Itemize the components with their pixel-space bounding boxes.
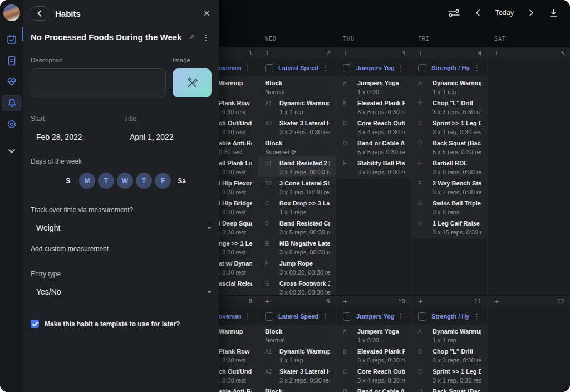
exercise-item[interactable]: CSprint >> 1 Leg Declarations3 x 1 rep, … — [411, 116, 487, 136]
workout-title[interactable]: Jumpers Yoga / Core — [356, 313, 394, 320]
day-pill-W[interactable]: W — [117, 173, 133, 189]
workout-checkbox[interactable] — [265, 64, 273, 72]
exercise-item[interactable]: DBack Squat (Back Off Set) — [411, 385, 487, 392]
edit-pencil-icon[interactable]: ✎ — [189, 33, 195, 41]
description-label: Description — [31, 57, 166, 63]
exercise-item[interactable]: BChop "L" Drill3 x 3 reps, 0:30 rest — [411, 345, 487, 365]
exercise-item[interactable]: EMB Negative Lateral Hop...3 x 5 reps, 0… — [258, 237, 336, 257]
add-custom-measurement-link[interactable]: Add custom measurement — [31, 245, 109, 253]
exercise-item[interactable]: BElevated Plank Row3 x 8 reps, 0:30 rest — [336, 96, 411, 116]
day-pill-T[interactable]: T — [136, 173, 152, 189]
start-date-value[interactable]: Feb 28, 2022 — [31, 133, 124, 141]
exercise-detail: 3 x 2 reps, 0:30 rest — [279, 129, 330, 136]
today-button[interactable]: Today — [495, 9, 514, 17]
exercise-item[interactable]: BElevated Plank Row3 x 8 reps, 0:30 rest — [336, 345, 411, 365]
exercise-item[interactable]: ADynamic Warmup1 x 1 rep — [411, 325, 487, 345]
measurement-select[interactable]: Weight — [31, 223, 212, 232]
workout-checkbox[interactable] — [418, 64, 426, 72]
add-workout-button[interactable]: + — [418, 297, 422, 305]
entry-type-select[interactable]: Yes/No — [31, 287, 212, 296]
workout-menu-icon[interactable]: ⋮ — [319, 64, 329, 72]
add-workout-button[interactable]: + — [494, 49, 499, 57]
sidebar-expand-chevron[interactable] — [2, 143, 22, 159]
workout-menu-icon[interactable]: ⋮ — [319, 312, 329, 320]
exercise-item[interactable]: DBand or Cable Anti Rotati...5 x 5 reps … — [336, 136, 411, 156]
add-workout-button[interactable]: + — [418, 49, 422, 57]
exercise-letter: E — [418, 160, 433, 176]
day-pill-T[interactable]: T — [98, 173, 114, 189]
exercise-item[interactable]: H1 Leg Calf Raise3 x 15 reps, 0:30 rest — [411, 217, 487, 237]
exercise-item[interactable]: CCore Reach Out/Under3 x 4 reps, 0:30 re… — [336, 116, 411, 136]
exercise-item[interactable]: EBarbell RDL3 x 8 reps, 0:30 rest — [411, 156, 487, 177]
exercise-item[interactable]: A2Skater 3 Lateral Hops >> ...3 x 2 reps… — [258, 116, 336, 136]
exercise-item[interactable]: A2Skater 3 Lateral Hops >> ...3 x 2 reps… — [258, 365, 336, 385]
avatar[interactable] — [3, 4, 20, 21]
day-pill-F[interactable]: F — [155, 173, 171, 189]
workout-checkbox[interactable] — [418, 312, 426, 321]
workout-title[interactable]: ovement Q... — [219, 65, 241, 71]
workout-menu-icon[interactable]: ⋮ — [394, 312, 404, 320]
exercise-detail: 3 x 15 reps, 0:30 rest — [433, 229, 481, 236]
exercise-item[interactable]: AJumpers Yoga1 x 0:30 — [336, 325, 411, 345]
exercise-item[interactable]: AJumpers Yoga1 x 0:30 — [336, 76, 411, 96]
exercise-item[interactable]: FJump Rope3 x 00:30, 00:30 rest — [258, 257, 336, 277]
description-input[interactable] — [31, 68, 166, 97]
exercise-item[interactable]: CCore Reach Out/Under3 x 4 reps, 0:30 re… — [336, 365, 411, 385]
exercise-item[interactable]: DBand Resisted Crossover...3 x 5 reps, 0… — [258, 217, 336, 237]
exercise-item[interactable]: BChop "L" Drill3 x 3 reps, 0:30 rest — [411, 96, 487, 116]
end-date-value[interactable]: April 1, 2022 — [124, 133, 212, 141]
download-icon[interactable] — [549, 9, 558, 17]
add-workout-button[interactable]: + — [343, 49, 347, 57]
habit-menu-icon[interactable]: ⋮ — [202, 33, 210, 42]
workout-menu-icon[interactable]: ⋮ — [470, 312, 480, 320]
exercise-item[interactable]: CBox Drop >> 3 Lateral H...1 x 1 reps — [258, 197, 336, 217]
workout-title[interactable]: Lateral Speed / Plyo — [278, 313, 319, 320]
exercise-detail: , 0:30 rest — [219, 189, 252, 196]
exercise-item[interactable]: EStability Ball Plank Linear ...3 x 8 re… — [336, 156, 411, 177]
day-pill-Sa[interactable]: Sa — [174, 173, 190, 189]
week-row: 1ovement Q...⋮WarmupPlank Row, 0:30 rest… — [182, 47, 570, 295]
workout-checkbox[interactable] — [343, 312, 351, 321]
add-workout-button[interactable]: + — [265, 297, 269, 305]
sidebar-item-settings[interactable] — [2, 116, 22, 133]
workout-menu-icon[interactable]: ⋮ — [394, 64, 404, 72]
workout-checkbox[interactable] — [343, 64, 351, 72]
filter-sliders-icon[interactable] — [448, 9, 460, 17]
workout-menu-icon[interactable]: ⋮ — [470, 64, 480, 72]
exercise-item[interactable]: B23 Cone Lateral Slide3 x 1 rep, 00:30 r… — [258, 177, 336, 197]
exercise-item[interactable]: GSwiss Ball Triple Threat3 x 8 reps — [411, 197, 487, 217]
habit-image-tile[interactable] — [173, 68, 212, 97]
exercise-item[interactable]: A1Dynamic Warmup1 x 1 rep — [258, 96, 336, 116]
sidebar-item-calendar[interactable] — [2, 31, 22, 48]
day-pill-S[interactable]: S — [60, 173, 76, 189]
exercise-item[interactable]: ADynamic Warmup1 x 1 rep — [411, 76, 487, 96]
sidebar-item-notifications[interactable] — [2, 95, 22, 111]
day-pill-M[interactable]: M — [79, 173, 95, 189]
exercise-item[interactable]: F2 Way Bench Step Up3 x 7 reps, 0:30 res… — [411, 177, 487, 197]
workout-title[interactable]: Strength / Hypertro... — [431, 65, 470, 71]
workout-title[interactable]: Jumpers Yoga / Core — [356, 65, 394, 71]
workout-checkbox[interactable] — [265, 312, 273, 321]
sidebar-item-health[interactable] — [2, 74, 22, 90]
exercise-item[interactable]: B1Band Resisted 2 Step Late...3 x 4 reps… — [258, 156, 336, 177]
add-workout-button[interactable]: + — [494, 297, 499, 305]
exercise-item[interactable]: CSprint >> 1 Leg Declarations3 x 1 rep, … — [411, 365, 487, 385]
sidebar-item-documents[interactable] — [2, 52, 22, 69]
close-icon[interactable]: ✕ — [203, 9, 210, 18]
workout-menu-icon[interactable]: ⋮ — [241, 64, 251, 72]
exercise-item[interactable]: DBack Squat (Back Off Set)5 x 5 reps 0:3… — [411, 136, 487, 156]
workout-title[interactable]: ovement Q... — [219, 313, 241, 320]
next-week-button[interactable] — [529, 9, 534, 17]
workout-title[interactable]: Lateral Speed / Plyo — [278, 65, 319, 71]
back-button[interactable] — [31, 6, 47, 21]
workout-menu-icon[interactable]: ⋮ — [241, 312, 251, 320]
add-workout-button[interactable]: + — [343, 297, 347, 305]
template-checkbox[interactable] — [31, 320, 39, 328]
exercise-item[interactable]: DBand or Cable Anti Rotati... — [336, 385, 411, 392]
exercise-item[interactable]: A1Dynamic Warmup1 x 1 rep — [258, 345, 336, 365]
prev-week-button[interactable] — [475, 9, 480, 17]
exercise-text: Band or Cable Anti Rotati... — [357, 388, 405, 392]
exercise-item[interactable]: GCross Footwork Jump Rope3 x 00:30, 00:3… — [258, 277, 336, 295]
workout-title[interactable]: Strength / Hypertro... — [431, 313, 470, 320]
add-workout-button[interactable]: + — [265, 49, 269, 57]
